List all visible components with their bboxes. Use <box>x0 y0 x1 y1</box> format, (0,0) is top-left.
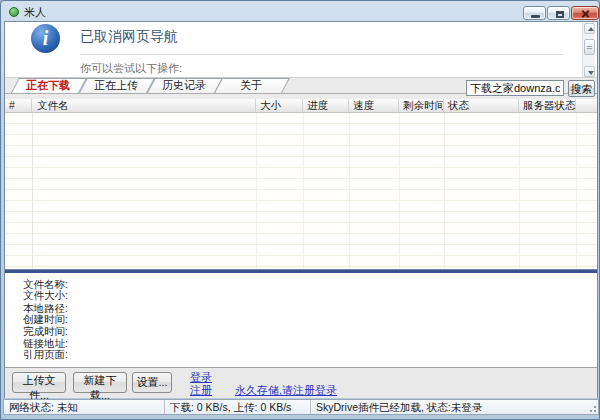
error-hint: 你可以尝试以下操作: <box>80 61 182 76</box>
new-download-button[interactable]: 新建下载... <box>73 372 127 393</box>
tab-uploading[interactable]: 正在上传 <box>79 78 147 93</box>
download-list[interactable] <box>5 113 597 269</box>
detail-label-finished-time: 完成时间: <box>23 325 68 337</box>
window-title: 米人 <box>24 5 46 20</box>
network-status: 网络状态: 未知 <box>4 400 164 414</box>
info-icon: i <box>31 24 60 53</box>
resize-grip[interactable] <box>587 403 597 413</box>
column-header-time-left[interactable]: 剩余时间 <box>399 99 444 112</box>
browser-scrollbar[interactable] <box>582 23 595 77</box>
app-icon <box>9 7 19 17</box>
action-bar: 上传文件... 新建下载... 设置... 登录 注册 永久存储,请注册登录 <box>5 368 597 398</box>
status-bar: 网络状态: 未知 下载: 0 KB/s, 上传: 0 KB/s SkyDrive… <box>3 399 599 415</box>
titlebar[interactable]: 米人 <box>3 2 597 21</box>
details-panel: 文件名称: 文件大小: 本地路径: 创建时间: 完成时间: 链接地址: 引用页面… <box>5 273 597 368</box>
permanent-storage-link[interactable]: 永久存储,请注册登录 <box>235 383 337 398</box>
error-heading: 已取消网页导航 <box>80 28 178 46</box>
thumb-grip-icon <box>587 46 592 50</box>
column-header-filename[interactable]: 文件名 <box>32 99 256 112</box>
column-header-server-status[interactable]: 服务器状态 <box>519 99 576 112</box>
tab-history[interactable]: 历史记录 <box>147 78 215 93</box>
settings-button[interactable]: 设置... <box>132 372 172 393</box>
scroll-down-button[interactable] <box>584 66 595 77</box>
screenshot-stage: 米人 i 已取消网页导航 你可以尝试以下操作: 正在下载 <box>0 0 600 420</box>
plugin-status: SkyDrive插件已经加载, 状态:未登录 <box>310 400 586 414</box>
column-header-speed[interactable]: 速度 <box>349 99 399 112</box>
close-button[interactable] <box>571 6 599 20</box>
maximize-icon <box>556 11 564 18</box>
search-input[interactable] <box>466 80 564 96</box>
column-header-progress[interactable]: 进度 <box>303 99 349 112</box>
upload-file-button[interactable]: 上传文件... <box>12 372 66 393</box>
column-header-index[interactable]: # <box>5 99 32 112</box>
scrollbar-thumb[interactable] <box>584 39 595 55</box>
column-header-size[interactable]: 大小 <box>256 99 303 112</box>
minimize-button[interactable] <box>523 6 546 20</box>
column-header-status[interactable]: 状态 <box>444 99 519 112</box>
browser-panel: i 已取消网页导航 你可以尝试以下操作: <box>5 22 597 78</box>
detail-label-referrer-page: 引用页面: <box>23 348 68 360</box>
download-list-header: # 文件名 大小 进度 速度 剩余时间 状态 服务器状态 <box>5 99 597 113</box>
speed-status: 下载: 0 KB/s, 上传: 0 KB/s <box>164 400 310 414</box>
minimize-icon <box>531 15 540 18</box>
arrow-down-icon <box>588 71 594 75</box>
tab-downloading[interactable]: 正在下载 <box>11 78 79 93</box>
detail-label-created-time: 创建时间: <box>23 313 68 325</box>
app-window: 米人 i 已取消网页导航 你可以尝试以下操作: 正在下载 <box>0 0 600 420</box>
content-area: i 已取消网页导航 你可以尝试以下操作: 正在下载 正在上传 历史记录 关于 搜… <box>4 21 598 398</box>
search-button[interactable]: 搜索 <box>568 80 595 97</box>
arrow-up-icon <box>588 27 594 31</box>
tab-about[interactable]: 关于 <box>214 78 282 93</box>
tab-bar: 正在下载 正在上传 历史记录 关于 搜索 <box>5 78 597 99</box>
detail-label-filesize: 文件大小: <box>23 289 68 301</box>
scroll-up-button[interactable] <box>584 23 595 34</box>
maximize-button[interactable] <box>547 6 570 20</box>
register-link[interactable]: 注册 <box>190 383 212 398</box>
divider <box>80 54 563 55</box>
